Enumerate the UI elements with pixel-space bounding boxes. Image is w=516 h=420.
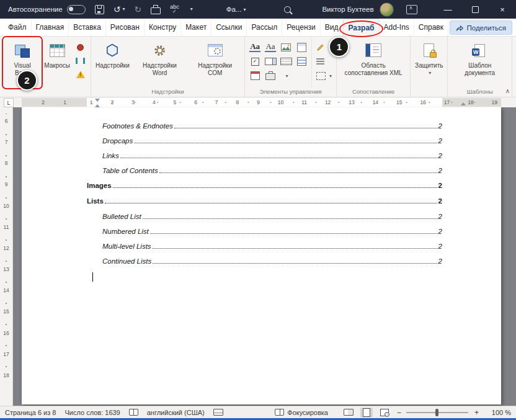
group-label-templates: Шаблоны	[450, 87, 510, 97]
plain-text-control-button[interactable]: Aa	[264, 41, 277, 53]
rich-text-control-button[interactable]: Aa	[248, 41, 262, 53]
legacy-tools-dropdown[interactable]: ▾	[279, 69, 293, 82]
protect-lock-icon	[424, 43, 434, 57]
com-addins-label: Надстройки COM	[190, 62, 240, 77]
ribbon-tab[interactable]: Разраб 1	[343, 19, 379, 36]
toc-entry: Images 2	[87, 182, 442, 189]
ruler-number: 10	[278, 99, 283, 105]
spelling-button[interactable]: abc ✓	[170, 4, 179, 14]
design-mode-button[interactable]	[315, 41, 333, 53]
document-page[interactable]: Footnotes & Endnotes 2 Dropcaps 2 Links …	[22, 107, 501, 404]
read-mode-button[interactable]	[342, 408, 355, 418]
dropdown-list-control-button[interactable]	[279, 55, 293, 68]
undo-button[interactable]: ↺▾	[113, 5, 125, 14]
ribbon-tab[interactable]: Рассыл 1	[247, 19, 282, 36]
close-button[interactable]: ×	[489, 0, 516, 19]
page-indicator[interactable]: Страница 6 из 8	[5, 409, 56, 416]
page-content: Footnotes & Endnotes 2 Dropcaps 2 Links …	[87, 122, 442, 282]
document-title-button[interactable]: Фа...▾	[226, 6, 246, 13]
web-layout-icon	[380, 409, 389, 416]
account-name[interactable]: Виктор Бухтеев	[322, 6, 373, 13]
ribbon-group-mapping-content: Область сопоставления XML	[339, 38, 408, 87]
zoom-slider[interactable]	[406, 412, 468, 413]
redo-button[interactable]: ↻	[134, 5, 141, 14]
visual-basic-button[interactable]: Visual Basic 2	[3, 38, 42, 87]
language-indicator[interactable]: английский (США)	[147, 409, 205, 416]
close-icon: ×	[500, 5, 505, 14]
date-picker-control-button[interactable]	[248, 69, 262, 82]
maximize-icon	[472, 6, 479, 13]
properties-button[interactable]	[315, 55, 333, 68]
ribbon-tab[interactable]: Add-Ins 1	[380, 19, 414, 36]
group-label-controls: Элементы управления	[247, 87, 334, 97]
minimize-button[interactable]: —	[434, 0, 461, 19]
macros-button[interactable]: Макросы	[42, 38, 73, 87]
ruler-number: 12	[325, 99, 331, 105]
legacy-tools-button[interactable]	[264, 69, 277, 82]
picture-control-button[interactable]	[279, 41, 293, 53]
checkbox-control-button[interactable]: ✓	[248, 55, 262, 68]
protect-button[interactable]: Защитить ▾	[412, 38, 445, 87]
search-button[interactable]	[284, 6, 291, 13]
ribbon-tab[interactable]: Констру 1	[145, 19, 181, 36]
zoom-level[interactable]: 100 %	[485, 409, 511, 416]
ribbon-tab-label: Макет	[185, 23, 207, 32]
combo-box-control-icon	[265, 58, 277, 65]
macro-security-button[interactable]: !	[74, 69, 87, 79]
web-layout-button[interactable]	[378, 408, 391, 418]
addins-button[interactable]: Надстройки	[93, 38, 132, 87]
controls-grid: Aa Aa ✓	[247, 38, 309, 87]
print-layout-button[interactable]	[360, 408, 373, 418]
save-button[interactable]	[95, 5, 104, 14]
tab-stop-selector[interactable]: L	[4, 98, 14, 107]
word-count[interactable]: Число слов: 1639	[64, 409, 120, 416]
ribbon-group-controls-content: Aa Aa ✓	[247, 38, 334, 87]
ribbon-group-addins-content: Надстройки Надстройки Word Надстройки CO…	[93, 38, 242, 87]
ribbon-tab[interactable]: Вставка 1	[69, 19, 106, 36]
ribbon-tab[interactable]: Ссылки 1	[211, 19, 247, 36]
ribbon-tab[interactable]: Главная 1	[32, 19, 69, 36]
focus-mode-button[interactable]: Фокусировка	[275, 409, 328, 416]
controls-row-3: ▾	[248, 69, 308, 82]
share-button[interactable]: Поделиться	[450, 20, 512, 35]
pause-recording-button[interactable]	[74, 56, 87, 66]
collapse-ribbon-button[interactable]: ∧	[505, 87, 510, 94]
customize-quick-access-button[interactable]: ▾	[189, 7, 193, 12]
ribbon-group-code-content: Visual Basic 2 Макросы !	[3, 38, 89, 87]
xml-mapping-pane-button[interactable]: Область сопоставления XML	[339, 38, 408, 87]
quick-print-button[interactable]	[151, 5, 161, 14]
addins-icon-wrap	[105, 41, 120, 60]
com-addins-button[interactable]: Надстройки COM	[187, 38, 242, 87]
ribbon-display-options-icon[interactable]	[406, 5, 417, 14]
record-macro-button[interactable]	[74, 42, 87, 52]
user-avatar[interactable]	[380, 2, 394, 17]
ruler-number: 19	[492, 99, 497, 105]
building-block-gallery-button[interactable]	[295, 41, 308, 53]
proofing-status-button[interactable]	[129, 409, 138, 416]
repeating-section-control-icon	[297, 57, 306, 66]
zoom-out-button[interactable]: −	[397, 408, 401, 417]
group-button[interactable]: ▾	[315, 69, 333, 82]
ribbon-tab[interactable]: Файл 1	[4, 19, 32, 36]
ribbon-group-controls: Aa Aa ✓	[245, 37, 337, 97]
ruler-number: 18	[3, 372, 9, 378]
ribbon-tab[interactable]: Макет 1	[181, 19, 211, 36]
document-template-button[interactable]: Шаблон документа	[450, 38, 510, 87]
spelling-icon: abc ✓	[170, 4, 179, 14]
word-window: Автосохранение ↺▾ ↻ abc ✓ ▾ Фа...▾ Викто…	[0, 0, 516, 420]
keyboard-settings-button[interactable]	[213, 409, 223, 416]
ribbon-tab[interactable]: Справк 1	[414, 19, 448, 36]
repeating-section-control-button[interactable]	[295, 55, 308, 68]
ribbon-tab[interactable]: Вид 1	[321, 19, 344, 36]
document-title: Фа...	[226, 6, 242, 13]
ribbon-tab[interactable]: Рецензи 1	[282, 19, 320, 36]
maximize-button[interactable]	[461, 0, 489, 19]
zoom-slider-thumb[interactable]	[435, 409, 438, 416]
ruler-number: 9	[257, 99, 260, 105]
combo-box-control-button[interactable]	[264, 55, 277, 68]
ribbon-tab[interactable]: Рисован 1	[106, 19, 145, 36]
autosave-toggle[interactable]	[67, 5, 86, 14]
word-addins-button[interactable]: Надстройки Word	[132, 38, 187, 87]
ribbon-spacer	[512, 37, 516, 97]
zoom-in-button[interactable]: +	[474, 408, 479, 417]
